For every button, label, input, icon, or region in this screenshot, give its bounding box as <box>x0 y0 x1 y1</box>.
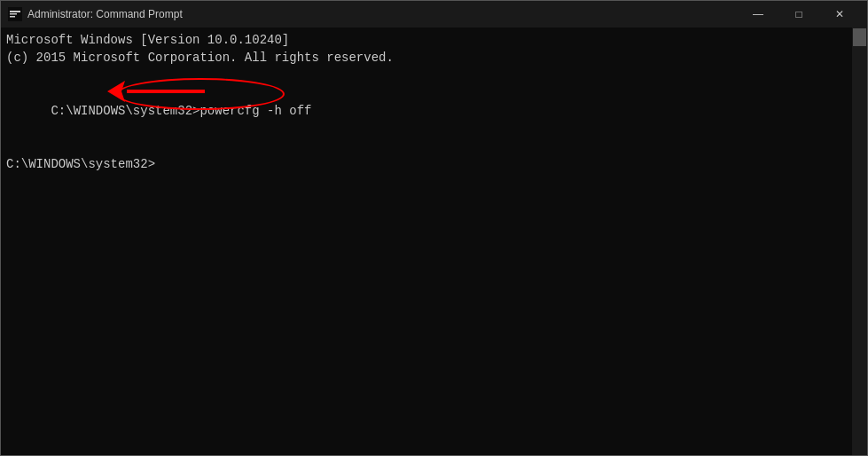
window-title: Administrator: Command Prompt <box>27 8 738 20</box>
app-icon <box>8 7 22 21</box>
output-line-2: (c) 2015 Microsoft Corporation. All righ… <box>6 49 862 67</box>
command-line: C:\WINDOWS\system32>powercfg -h off <box>6 84 862 138</box>
minimize-button[interactable]: — <box>738 1 778 28</box>
output-line-3 <box>6 67 862 84</box>
console-area[interactable]: Microsoft Windows [Version 10.0.10240] (… <box>1 28 867 455</box>
titlebar: Administrator: Command Prompt — □ ✕ <box>1 1 867 28</box>
output-line-6: C:\WINDOWS\system32> <box>6 155 862 173</box>
maximize-button[interactable]: □ <box>778 1 819 28</box>
output-line-5 <box>6 138 862 155</box>
svg-rect-1 <box>10 11 20 12</box>
svg-rect-2 <box>10 13 17 15</box>
prompt-prefix: C:\WINDOWS\system32> <box>51 104 199 118</box>
command-text: powercfg -h off <box>199 104 311 118</box>
close-button[interactable]: ✕ <box>819 1 860 28</box>
scrollbar[interactable] <box>852 28 867 455</box>
main-window: Administrator: Command Prompt — □ ✕ Micr… <box>0 0 868 456</box>
svg-rect-3 <box>10 16 15 18</box>
scrollbar-thumb[interactable] <box>853 28 866 46</box>
window-controls: — □ ✕ <box>738 1 860 28</box>
output-line-1: Microsoft Windows [Version 10.0.10240] <box>6 31 862 49</box>
